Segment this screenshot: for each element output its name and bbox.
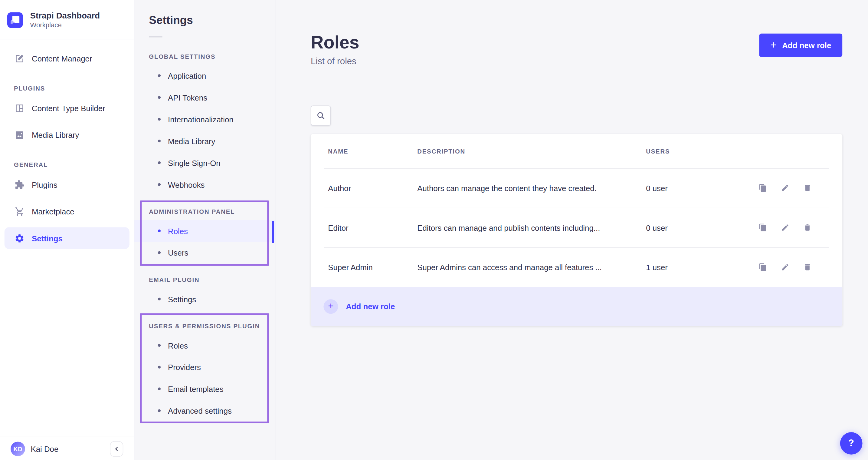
sidebar-footer: KD Kai Doe (0, 437, 134, 460)
content-type-builder-icon (14, 103, 25, 113)
bullet-icon (158, 366, 161, 369)
role-description: Super Admins can access and manage all f… (417, 263, 646, 272)
subnav-item-email-settings[interactable]: Settings (134, 288, 275, 310)
brand-workspace: Workplace (30, 21, 100, 29)
delete-role-button[interactable] (803, 263, 812, 272)
role-users-count: 0 user (646, 224, 757, 233)
settings-subnav: Settings GLOBAL SETTINGS Application API… (134, 0, 276, 460)
subnav-item-label: Webhooks (168, 180, 205, 189)
sidebar-item-marketplace[interactable]: Marketplace (4, 200, 129, 222)
subnav-item-api-tokens[interactable]: API Tokens (134, 87, 275, 108)
bullet-icon (158, 118, 161, 120)
pencil-icon (781, 184, 789, 192)
subnav-section-email-plugin: EMAIL PLUGIN (149, 275, 276, 284)
content-manager-icon (14, 53, 25, 63)
roles-table-card: NAME DESCRIPTION USERS Author Authors ca… (311, 134, 842, 326)
table-row-super-admin[interactable]: Super Admin Super Admins can access and … (311, 248, 842, 287)
gear-icon (14, 233, 25, 243)
sidebar-item-plugins[interactable]: Plugins (4, 174, 129, 195)
sidebar-item-label: Content Manager (32, 54, 92, 63)
subnav-item-single-sign-on[interactable]: Single Sign-On (134, 152, 275, 174)
sidebar-item-settings[interactable]: Settings (4, 227, 129, 249)
edit-role-button[interactable] (781, 184, 790, 193)
bullet-icon (158, 298, 161, 300)
sidebar-item-media-library[interactable]: Media Library (4, 124, 129, 146)
duplicate-icon (759, 263, 767, 271)
subnav-item-application[interactable]: Application (134, 65, 275, 87)
subnav-item-label: API Tokens (168, 93, 207, 102)
add-new-role-button[interactable]: + Add new role (759, 34, 842, 57)
bullet-icon (158, 183, 161, 186)
subnav-item-admin-users[interactable]: Users (134, 242, 275, 263)
subnav-item-webhooks[interactable]: Webhooks (134, 174, 275, 195)
sidebar-item-label: Content-Type Builder (32, 104, 105, 113)
role-users-count: 1 user (646, 263, 757, 272)
bullet-icon (158, 344, 161, 347)
duplicate-icon (759, 184, 767, 192)
table-header-row: NAME DESCRIPTION USERS (311, 134, 842, 168)
delete-role-button[interactable] (803, 184, 812, 193)
subnav-item-admin-roles[interactable]: Roles (134, 220, 275, 242)
brand-text: Strapi Dashboard Workplace (30, 10, 100, 29)
bullet-icon (158, 96, 161, 99)
add-new-role-row[interactable]: + Add new role (311, 287, 842, 326)
bullet-icon (158, 409, 161, 412)
role-name: Editor (328, 224, 417, 233)
help-button[interactable]: ? (840, 432, 863, 455)
subnav-item-up-advanced-settings[interactable]: Advanced settings (134, 400, 275, 422)
table-row-editor[interactable]: Editor Editors can manage and publish co… (311, 208, 842, 248)
trash-icon (803, 263, 812, 271)
table-row-author[interactable]: Author Authors can manage the content th… (311, 169, 842, 208)
subnav-section-administration-panel: ADMINISTRATION PANEL (149, 207, 276, 216)
duplicate-role-button[interactable] (759, 224, 768, 233)
chevron-left-icon (114, 446, 119, 451)
search-button[interactable] (311, 105, 331, 125)
cart-icon (14, 206, 25, 216)
subnav-item-label: Internationalization (168, 115, 234, 124)
subnav-section-global-settings: GLOBAL SETTINGS (149, 52, 276, 61)
bullet-icon (158, 251, 161, 254)
pencil-icon (781, 224, 789, 232)
duplicate-icon (759, 224, 767, 232)
subnav-item-up-providers[interactable]: Providers (134, 356, 275, 378)
media-library-icon (14, 130, 25, 140)
subnav-section-users-permissions-plugin: USERS & PERMISSIONS PLUGIN (149, 322, 276, 331)
collapse-sidebar-button[interactable] (110, 441, 123, 457)
edit-role-button[interactable] (781, 263, 790, 272)
sidebar-nav: Content Manager PLUGINS Content-Type Bui… (0, 40, 134, 437)
subnav-item-up-email-templates[interactable]: Email templates (134, 378, 275, 400)
pencil-icon (781, 263, 789, 271)
subnav-item-label: Advanced settings (168, 406, 232, 415)
subnav-item-label: Settings (168, 295, 196, 304)
edit-role-button[interactable] (781, 224, 790, 233)
bullet-icon (158, 162, 161, 164)
sidebar-item-content-type-builder[interactable]: Content-Type Builder (4, 97, 129, 119)
bullet-icon (158, 230, 161, 232)
plus-icon: + (770, 39, 776, 50)
role-users-count: 0 user (646, 184, 757, 193)
subnav-title: Settings (149, 13, 276, 27)
column-header-users: USERS (646, 148, 757, 154)
delete-role-button[interactable] (803, 224, 812, 233)
role-description: Authors can manage the content they have… (417, 184, 646, 193)
subnav-item-up-roles[interactable]: Roles (134, 334, 275, 356)
workspace-brand: Strapi Dashboard Workplace (0, 0, 134, 40)
trash-icon (803, 184, 812, 192)
subnav-item-media-library[interactable]: Media Library (134, 130, 275, 152)
subnav-item-label: Email templates (168, 384, 224, 393)
sidebar-item-content-manager[interactable]: Content Manager (4, 48, 129, 69)
bullet-icon (158, 387, 161, 390)
subnav-item-label: Media Library (168, 137, 215, 146)
subnav-item-label: Application (168, 71, 206, 80)
sidebar-item-label: Plugins (32, 180, 58, 189)
bullet-icon (158, 74, 161, 77)
duplicate-role-button[interactable] (759, 263, 768, 272)
plus-circle-icon: + (323, 299, 338, 314)
main-sidebar: Strapi Dashboard Workplace Content Manag… (0, 0, 134, 460)
subnav-divider (149, 36, 162, 37)
duplicate-role-button[interactable] (759, 184, 768, 193)
sidebar-section-plugins: PLUGINS (14, 84, 134, 93)
subnav-item-internationalization[interactable]: Internationalization (134, 108, 275, 130)
user-name[interactable]: Kai Doe (31, 444, 104, 453)
user-avatar[interactable]: KD (10, 441, 25, 456)
